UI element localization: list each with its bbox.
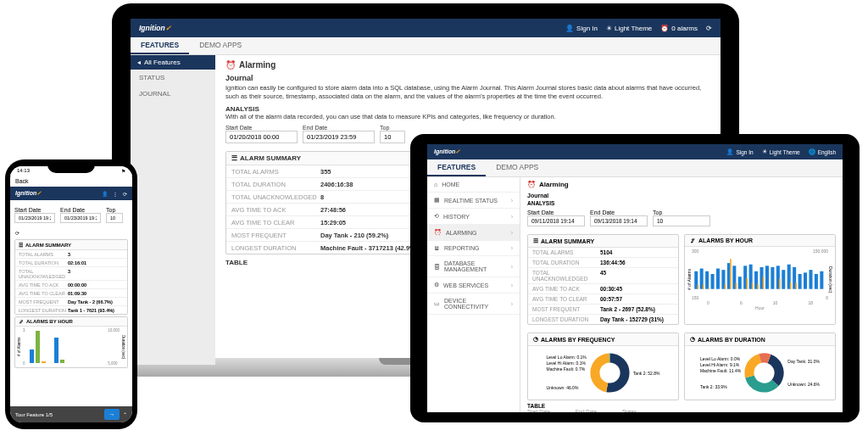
start-date-label: Start Date xyxy=(14,207,55,213)
tab-demo-apps[interactable]: DEMO APPS xyxy=(486,159,548,176)
list-icon: ☰ xyxy=(19,242,23,248)
pie-label: Level Hi Alarm: 0.1% xyxy=(547,361,587,366)
back-button[interactable]: Back xyxy=(10,176,132,187)
pie-label: Level Hi Alarm: 9.1% xyxy=(700,362,741,368)
pie-label: Day Tank: 31.0% xyxy=(787,359,820,365)
y-axis-label: # of Alarms xyxy=(17,328,21,366)
tab-features[interactable]: FEATURES xyxy=(427,159,486,176)
sidebar-all-features[interactable]: ◂ All Features xyxy=(131,55,215,70)
svg-rect-41 xyxy=(795,282,797,288)
svg-rect-34 xyxy=(736,282,737,288)
x-axis-label: Hour xyxy=(692,305,828,310)
pie-label: Unknown: 46.0% xyxy=(547,385,587,391)
start-date-input[interactable] xyxy=(527,215,585,226)
phone-device: 14:13 ⚑ Back Ignition✓ 👤 ⋮ ⟳ Start Date … xyxy=(5,159,137,429)
tab-demo-apps[interactable]: DEMO APPS xyxy=(189,37,252,54)
status-time: 14:13 xyxy=(17,168,30,174)
refresh-icon[interactable]: ⟳ xyxy=(15,231,19,236)
app-header: Ignition✓ 👤 ⋮ ⟳ xyxy=(10,187,132,200)
end-date-label: End Date xyxy=(60,207,101,213)
pie-label: Level Lo Alarm: 0.0% xyxy=(700,356,741,362)
page-title: ⏰Alarming xyxy=(527,181,836,188)
svg-rect-25 xyxy=(804,272,807,288)
nav-home[interactable]: ⌂HOME xyxy=(427,177,520,193)
alarms-by-hour-panel: ⫽ALARMS BY HOUR # of Alarms 300150,000 1… xyxy=(684,234,836,325)
tour-next-button[interactable]: → xyxy=(104,409,120,420)
top-label: Top xyxy=(380,125,405,131)
start-date-label: Start Date xyxy=(225,125,298,131)
status-signal-icon: ⚑ xyxy=(121,168,125,174)
analysis-heading: ANALYSIS xyxy=(225,105,710,113)
alarms-by-duration-panel: ◔ALARMS BY DURATION Level Lo Alarm: 0.0%… xyxy=(684,333,836,400)
nav-database[interactable]: 🗄DATABASE MANAGEMENT› xyxy=(427,256,520,277)
analysis-paragraph: With all of the alarm data recorded, you… xyxy=(225,113,710,121)
user-icon[interactable]: 👤 xyxy=(102,191,108,197)
svg-rect-32 xyxy=(725,284,726,289)
col-start: Start Date xyxy=(527,409,550,412)
svg-rect-28 xyxy=(820,271,823,289)
y-axis-label: # of Alarms xyxy=(687,269,692,290)
start-date-input[interactable] xyxy=(14,213,55,223)
sign-in-link[interactable]: 👤 Sign In xyxy=(565,25,598,32)
top-input[interactable] xyxy=(380,131,405,143)
menu-icon[interactable]: ⋮ xyxy=(113,191,118,197)
end-date-input[interactable] xyxy=(590,215,648,226)
theme-toggle[interactable]: ☀ Light Theme xyxy=(762,148,800,155)
language-toggle[interactable]: 🌐 English xyxy=(809,148,836,155)
journal-paragraph: Ignition can easily be configured to sto… xyxy=(225,84,710,101)
end-date-label: End Date xyxy=(590,210,648,215)
start-date-input[interactable] xyxy=(225,131,298,143)
db-icon: 🗄 xyxy=(434,264,440,270)
chart-icon: ⫽ xyxy=(19,319,24,324)
pie-chart xyxy=(741,349,787,396)
svg-rect-36 xyxy=(752,282,754,288)
top-label: Top xyxy=(106,207,123,213)
theme-toggle[interactable]: ☀ Light Theme xyxy=(606,25,652,32)
pie-label: Machine Fault: 0.7% xyxy=(547,366,587,372)
alarms-indicator[interactable]: ⏰ 0 alarms xyxy=(660,25,698,32)
alarm-summary-panel: ☰ALARM SUMMARY TOTAL ALARMS5104 TOTAL DU… xyxy=(527,234,679,325)
svg-rect-24 xyxy=(798,274,802,289)
alarm-icon: ⏰ xyxy=(434,229,442,236)
tablet-screen: Ignition✓ 👤 Sign In ☀ Light Theme 🌐 Engl… xyxy=(427,144,843,412)
top-tabs: FEATURES DEMO APPS xyxy=(131,37,721,55)
svg-rect-9 xyxy=(716,269,720,289)
phone-screen: 14:13 ⚑ Back Ignition✓ 👤 ⋮ ⟳ Start Date … xyxy=(10,166,132,422)
nav-device[interactable]: ▭DEVICE CONNECTIVITY› xyxy=(427,293,520,315)
sign-in-link[interactable]: 👤 Sign In xyxy=(726,148,753,155)
nav-reporting[interactable]: 🗎REPORTING› xyxy=(427,241,520,256)
top-input[interactable] xyxy=(653,215,710,226)
expand-icon[interactable]: ⌃ xyxy=(123,411,127,417)
nav-history[interactable]: ⟲HISTORY› xyxy=(427,209,520,225)
sidebar-item-status[interactable]: STATUS xyxy=(131,70,215,86)
table-heading: TABLE xyxy=(527,403,836,409)
alarm-icon: ⏰ xyxy=(527,181,536,188)
refresh-icon[interactable]: ⟳ xyxy=(123,191,127,197)
svg-rect-8 xyxy=(711,274,715,289)
top-label: Top xyxy=(653,210,710,215)
pie-label: Tank 2: 52.8% xyxy=(633,371,660,376)
tab-features[interactable]: FEATURES xyxy=(131,37,189,54)
bar-chart xyxy=(692,254,828,294)
pie-label: Unknown: 24.6% xyxy=(787,382,820,388)
top-input[interactable] xyxy=(106,213,123,223)
pie-label: Tank 2: 33.9% xyxy=(700,384,741,390)
journal-heading: Journal xyxy=(527,193,836,198)
alarm-summary-panel: ☰ALARM SUMMARY TOTAL ALARMS3 TOTAL DURAT… xyxy=(14,239,128,315)
sidebar-item-journal[interactable]: JOURNAL xyxy=(131,86,215,102)
app-header: Ignition✓ 👤 Sign In ☀ Light Theme 🌐 Engl… xyxy=(427,144,843,159)
svg-rect-37 xyxy=(757,284,759,289)
list-icon: ☰ xyxy=(231,154,237,162)
web-icon: ⚙ xyxy=(434,282,439,288)
nav-realtime[interactable]: ▦REALTIME STATUS› xyxy=(427,193,520,209)
svg-rect-35 xyxy=(746,278,748,289)
tablet-sidebar: ⌂HOME ▦REALTIME STATUS› ⟲HISTORY› ⏰ALARM… xyxy=(427,177,520,412)
end-date-input[interactable] xyxy=(60,213,101,223)
refresh-icon[interactable]: ⟳ xyxy=(706,25,712,32)
nav-web-services[interactable]: ⚙WEB SERVICES› xyxy=(427,277,520,293)
y2-axis-label: Duration (sec) xyxy=(121,328,125,366)
end-date-input[interactable] xyxy=(303,131,375,143)
svg-rect-13 xyxy=(738,277,742,288)
nav-alarming[interactable]: ⏰ALARMING› xyxy=(427,225,520,241)
alarm-icon: ⏰ xyxy=(225,60,236,70)
